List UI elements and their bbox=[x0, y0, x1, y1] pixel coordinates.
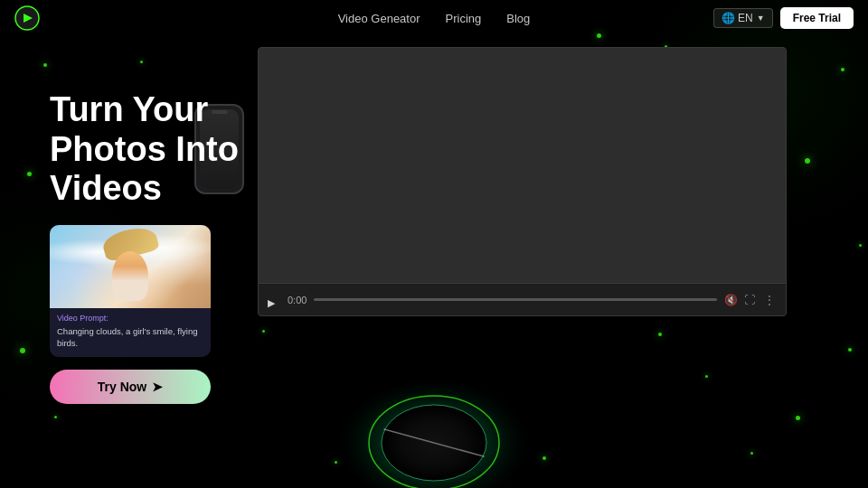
left-panel: Turn Your Photos Into Videos Video Promp… bbox=[50, 90, 249, 404]
hero-title: Turn Your Photos Into Videos bbox=[50, 90, 249, 209]
dot-11 bbox=[54, 416, 57, 418]
logo-icon bbox=[14, 5, 40, 31]
video-right-controls: 🔇 ⛶ ⋮ bbox=[724, 294, 777, 306]
try-now-label: Try Now bbox=[98, 380, 146, 394]
nav-blog[interactable]: Blog bbox=[506, 12, 530, 25]
arrow-right-icon: ➤ bbox=[152, 380, 163, 394]
dot-14 bbox=[705, 375, 708, 378]
free-trial-button[interactable]: Free Trial bbox=[780, 7, 854, 29]
photo-card-info: Video Prompt: Changing clouds, a girl's … bbox=[50, 308, 211, 357]
dot-8 bbox=[796, 416, 800, 420]
dot-16 bbox=[542, 456, 546, 460]
nav-links: Video Geneator Pricing Blog bbox=[338, 12, 531, 25]
photo-card-prompt: Changing clouds, a girl's smile, flying … bbox=[57, 325, 203, 350]
photo-card-label: Video Prompt: bbox=[57, 314, 203, 323]
more-options-icon[interactable]: ⋮ bbox=[764, 294, 777, 306]
photo-card: Video Prompt: Changing clouds, a girl's … bbox=[50, 225, 211, 357]
video-content bbox=[259, 48, 786, 283]
dot-12 bbox=[262, 330, 265, 333]
nav-pricing[interactable]: Pricing bbox=[446, 12, 482, 25]
navbar: Video Geneator Pricing Blog 🌐 EN ▼ Free … bbox=[0, 0, 868, 36]
dot-4 bbox=[841, 68, 844, 71]
fullscreen-icon[interactable]: ⛶ bbox=[744, 294, 757, 306]
photo-card-image bbox=[50, 225, 211, 308]
person-figure bbox=[112, 251, 148, 301]
dot-5 bbox=[805, 158, 810, 164]
lang-label: 🌐 EN bbox=[722, 12, 753, 24]
volume-icon[interactable]: 🔇 bbox=[724, 294, 737, 306]
progress-bar[interactable] bbox=[314, 298, 717, 301]
dot-10 bbox=[20, 348, 25, 353]
dot-0 bbox=[43, 63, 47, 67]
glow-orb bbox=[335, 352, 533, 488]
nav-right: 🌐 EN ▼ Free Trial bbox=[713, 7, 854, 29]
try-now-button[interactable]: Try Now ➤ bbox=[50, 370, 211, 404]
video-controls: 0:00 🔇 ⛶ ⋮ bbox=[259, 283, 786, 315]
dot-17 bbox=[750, 452, 753, 455]
nav-video-generator[interactable]: Video Geneator bbox=[338, 12, 420, 25]
play-button[interactable] bbox=[268, 294, 280, 306]
dot-7 bbox=[848, 348, 852, 352]
video-player: 0:00 🔇 ⛶ ⋮ bbox=[258, 47, 787, 316]
lang-selector[interactable]: 🌐 EN ▼ bbox=[713, 8, 773, 28]
dot-6 bbox=[859, 244, 862, 247]
nav-logo bbox=[14, 5, 40, 31]
dot-9 bbox=[27, 172, 32, 176]
dot-1 bbox=[140, 61, 143, 63]
chevron-down-icon: ▼ bbox=[757, 14, 765, 23]
time-display: 0:00 bbox=[288, 295, 307, 305]
dot-13 bbox=[658, 333, 662, 336]
